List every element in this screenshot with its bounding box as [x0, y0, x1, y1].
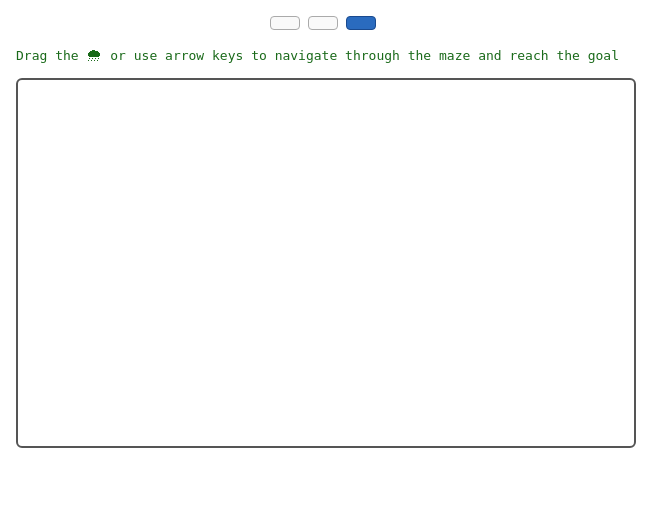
- difficulty-selector: [16, 16, 629, 30]
- easy-button[interactable]: [270, 16, 300, 30]
- maze-container[interactable]: [16, 78, 636, 448]
- instructions-text: Drag the 🌨 or use arrow keys to navigate…: [16, 44, 629, 68]
- hard-button[interactable]: [346, 16, 376, 30]
- maze-canvas[interactable]: [18, 80, 318, 230]
- medium-button[interactable]: [308, 16, 338, 30]
- cloud-icon: 🌨: [86, 44, 102, 68]
